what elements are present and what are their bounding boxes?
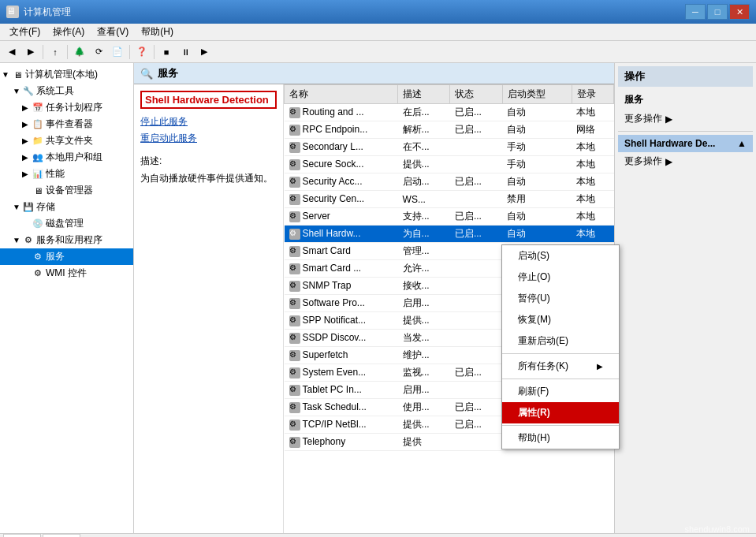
tab-standard[interactable]: 标准	[43, 534, 80, 538]
cell-3: 自动	[502, 104, 572, 121]
stop-button[interactable]: ■	[158, 43, 175, 61]
forward-button[interactable]: ▶	[22, 43, 39, 61]
cell-1: 提供...	[398, 416, 450, 434]
menu-action[interactable]: 操作(A)	[47, 24, 91, 40]
storage-icon: 💾	[22, 201, 35, 214]
pause-button[interactable]: ⏸	[177, 43, 194, 61]
tree-item-event-viewer[interactable]: ▶ 📋 事件查看器	[0, 116, 133, 132]
context-menu-item[interactable]: 暂停(U)	[502, 288, 619, 309]
tree-item-root[interactable]: ▼ 🖥 计算机管理(本地)	[0, 66, 133, 83]
tree-item-storage[interactable]: ▼ 💾 存储	[0, 199, 133, 215]
restart-service-link[interactable]: 重启动此服务	[140, 132, 277, 145]
back-button[interactable]: ◀	[3, 43, 20, 61]
help-button[interactable]: ❓	[133, 43, 151, 61]
cell-1: 在后...	[398, 104, 450, 121]
service-row-icon: ⚙	[289, 333, 300, 344]
tree-item-wmi[interactable]: ⚙ WMI 控件	[0, 265, 133, 282]
context-menu-item[interactable]: 重新启动(E)	[502, 330, 619, 352]
tree-label-event: 事件查看器	[46, 117, 93, 131]
tree-label-device: 设备管理器	[46, 184, 93, 197]
cell-1: 提供...	[398, 312, 450, 330]
tree-item-performance[interactable]: ▶ 📊 性能	[0, 166, 133, 182]
cell-1: WS...	[398, 191, 450, 208]
more-actions-selected[interactable]: 更多操作 ▶	[618, 152, 753, 170]
export-button[interactable]: 📄	[109, 43, 126, 61]
col-status[interactable]: 状态	[450, 85, 502, 104]
col-desc[interactable]: 描述	[398, 85, 450, 104]
cell-2: 已启...	[450, 208, 502, 226]
toolbar-sep-1	[43, 45, 43, 59]
context-menu-item[interactable]: 启动(S)	[502, 245, 619, 267]
title-bar: 🖥 计算机管理 ─ □ ✕	[0, 0, 756, 24]
tree-item-services-apps[interactable]: ▼ ⚙ 服务和应用程序	[0, 232, 133, 248]
col-logon[interactable]: 登录	[572, 85, 613, 104]
play-button[interactable]: ▶	[196, 43, 213, 61]
toolbar-sep-3	[129, 45, 130, 59]
stop-service-link[interactable]: 停止此服务	[140, 115, 277, 129]
service-row-icon: ⚙	[289, 159, 300, 170]
tree-label-perf: 性能	[46, 167, 65, 181]
cell-2	[450, 156, 502, 173]
tree-label-system-tools: 系统工具	[36, 84, 74, 98]
table-row[interactable]: ⚙RPC Endpoin...解析...已启...自动网络	[285, 121, 614, 139]
tab-expand[interactable]: 扩展	[3, 534, 41, 538]
cell-0: ⚙Superfetch	[285, 347, 398, 364]
table-row[interactable]: ⚙Security Cen...WS...禁用本地	[285, 191, 614, 208]
minimize-button[interactable]: ─	[685, 4, 706, 20]
tree-item-system-tools[interactable]: ▼ 🔧 系统工具	[0, 83, 133, 99]
up-button[interactable]: ↑	[47, 43, 64, 61]
disk-icon: 💿	[32, 218, 44, 230]
cell-1: 维护...	[398, 347, 450, 364]
context-menu-item[interactable]: 帮助(H)	[502, 427, 619, 449]
desc-text: 为自动播放硬件事件提供通知。	[140, 171, 277, 185]
close-button[interactable]: ✕	[729, 4, 750, 20]
stop-link-text[interactable]: 停止此服务	[140, 116, 188, 127]
tree-item-task-scheduler[interactable]: ▶ 📅 任务计划程序	[0, 99, 133, 116]
refresh-button[interactable]: ⟳	[90, 43, 107, 61]
expand-icon-event: ▶	[22, 120, 32, 129]
table-row[interactable]: ⚙Shell Hardw...为自...已启...自动本地	[285, 226, 614, 243]
ctx-item-label: 所有任务(K)	[518, 360, 568, 373]
context-menu-item[interactable]: 恢复(M)	[502, 309, 619, 330]
col-name[interactable]: 名称	[285, 85, 398, 104]
restart-link-text[interactable]: 重启动此服务	[140, 132, 197, 144]
show-hide-tree-button[interactable]: 🌲	[71, 43, 88, 61]
tree-item-services[interactable]: ⚙ 服务	[0, 248, 133, 265]
table-row[interactable]: ⚙Routing and ...在后...已启...自动本地	[285, 104, 614, 121]
cell-1: 管理...	[398, 243, 450, 260]
cell-2: 已启...	[450, 104, 502, 121]
tree-item-device-manager[interactable]: 🖥 设备管理器	[0, 182, 133, 199]
cell-1: 启动...	[398, 173, 450, 191]
table-row[interactable]: ⚙Secondary L...在不...手动本地	[285, 139, 614, 156]
cell-0: ⚙Telephony	[285, 434, 398, 451]
cell-2: 已启...	[450, 399, 502, 416]
context-menu-item[interactable]: 刷新(F)	[502, 381, 619, 402]
table-row[interactable]: ⚙Server支持...已启...自动本地	[285, 208, 614, 226]
maximize-button[interactable]: □	[707, 4, 728, 20]
cell-0: ⚙Security Cen...	[285, 191, 398, 208]
system-tools-icon: 🔧	[22, 85, 35, 98]
tree-item-disk-mgmt[interactable]: 💿 磁盘管理	[0, 215, 133, 232]
menu-help[interactable]: 帮助(H)	[135, 24, 180, 40]
tree-item-local-users[interactable]: ▶ 👥 本地用户和组	[0, 149, 133, 166]
context-menu-item[interactable]: 停止(O)	[502, 267, 619, 288]
cell-4: 网络	[572, 121, 613, 139]
shared-folders-icon: 📁	[32, 135, 44, 147]
cell-4: 本地	[572, 173, 613, 191]
table-row[interactable]: ⚙Security Acc...启动...已启...自动本地	[285, 173, 614, 191]
cell-0: ⚙TCP/IP NetBl...	[285, 416, 398, 434]
tree-item-shared-folders[interactable]: ▶ 📁 共享文件夹	[0, 132, 133, 149]
col-start-type[interactable]: 启动类型	[502, 85, 572, 104]
cell-2	[450, 139, 502, 156]
ctx-item-label: 启动(S)	[518, 249, 549, 263]
menu-view[interactable]: 查看(V)	[91, 24, 135, 40]
cell-0: ⚙Security Acc...	[285, 173, 398, 191]
cell-2	[450, 295, 502, 312]
service-row-icon: ⚙	[289, 263, 300, 274]
table-row[interactable]: ⚙Secure Sock...提供...手动本地	[285, 156, 614, 173]
more-actions-services[interactable]: 更多操作 ▶	[618, 110, 753, 128]
cell-4: 本地	[572, 139, 613, 156]
context-menu-item[interactable]: 属性(R)	[502, 402, 619, 423]
context-menu-item[interactable]: 所有任务(K)▶	[502, 356, 619, 377]
menu-file[interactable]: 文件(F)	[3, 24, 47, 40]
